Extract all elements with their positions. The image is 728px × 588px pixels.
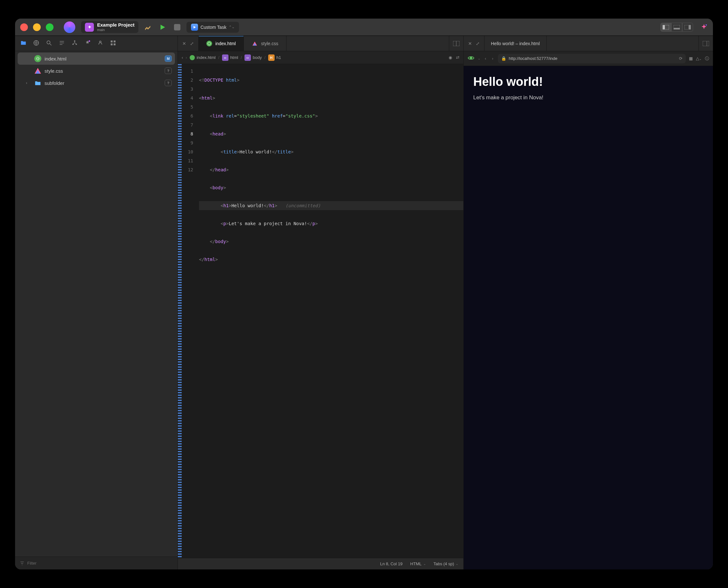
- html-file-icon: [34, 55, 41, 62]
- nav-back-icon[interactable]: ‹: [182, 55, 183, 60]
- untracked-badge: ?: [165, 68, 172, 74]
- close-preview-icon[interactable]: ✕: [467, 40, 473, 47]
- untracked-badge: ?: [165, 80, 172, 86]
- heading-glyph-icon: H: [268, 55, 275, 61]
- grid-icon[interactable]: [110, 40, 116, 47]
- file-row-folder[interactable]: › subfolder ?: [18, 77, 175, 89]
- language-selector[interactable]: HTML⌄: [410, 562, 426, 566]
- info-icon[interactable]: ⓘ: [705, 56, 709, 62]
- disclosure-icon[interactable]: ›: [26, 81, 31, 85]
- file-name: subfolder: [44, 80, 64, 86]
- tab-label: style.css: [261, 41, 279, 46]
- file-name: style.css: [44, 68, 63, 74]
- tab-index[interactable]: index.html: [199, 36, 244, 51]
- html-file-icon: [206, 41, 212, 46]
- clips-icon[interactable]: [84, 40, 91, 47]
- split-editor-icon[interactable]: [449, 36, 463, 51]
- sidebar-filter[interactable]: Filter: [15, 556, 178, 569]
- symbols-icon[interactable]: [59, 40, 65, 47]
- html-file-icon: [190, 55, 195, 60]
- git-icon[interactable]: [72, 40, 78, 47]
- layout-segmented-control[interactable]: [661, 23, 693, 32]
- layout-right-icon[interactable]: [682, 23, 693, 32]
- editor-pane: ✕ ⤢ index.html style.css ‹ ›: [178, 36, 464, 569]
- diff-gutter: [178, 64, 182, 558]
- line-gutter: 123456789101112: [182, 64, 196, 558]
- close-window-button[interactable]: [20, 23, 28, 31]
- files-icon[interactable]: [20, 40, 26, 47]
- preview-tab-controls: ✕ ⤢: [464, 36, 484, 51]
- filter-placeholder: Filter: [27, 561, 37, 566]
- split-preview-icon[interactable]: [699, 36, 713, 51]
- tab-label: index.html: [215, 41, 236, 46]
- stop-button[interactable]: [172, 22, 183, 33]
- chevron-updown-icon: ⌃⌄: [229, 25, 235, 29]
- minimize-window-button[interactable]: [33, 23, 41, 31]
- svg-rect-16: [111, 44, 113, 45]
- svg-rect-3: [673, 28, 680, 29]
- run-button[interactable]: [157, 22, 168, 33]
- warnings-icon[interactable]: △⌄: [696, 56, 702, 61]
- svg-rect-1: [663, 25, 665, 29]
- project-picker[interactable]: ✦ Example Project main: [81, 21, 138, 33]
- nav-back-icon[interactable]: ‹: [484, 55, 487, 62]
- nav-forward-icon[interactable]: ›: [490, 55, 494, 62]
- code-editor[interactable]: 123456789101112 <!DOCTYPE html> <html> <…: [178, 64, 463, 558]
- blame-annotation: (uncommitted): [285, 203, 321, 208]
- svg-rect-14: [111, 41, 113, 43]
- layout-left-icon[interactable]: [661, 23, 671, 32]
- devtools-icon[interactable]: ▦: [689, 56, 693, 61]
- expand-preview-icon[interactable]: ⤢: [474, 40, 481, 47]
- nav-forward-icon[interactable]: ›: [185, 55, 187, 60]
- lock-icon: 🔒: [501, 56, 506, 61]
- chevron-down-icon[interactable]: ⌄: [478, 57, 480, 60]
- indent-selector[interactable]: Tabs (4 sp)⌄: [433, 562, 458, 566]
- preview-eye-icon[interactable]: ◉: [449, 55, 452, 60]
- expand-tab-icon[interactable]: ⤢: [189, 40, 195, 47]
- preview-urlbar: ⌄ ‹ › 🔒 http://localhost:52777/inde ⟳ ▦ …: [464, 51, 713, 66]
- tab-style[interactable]: style.css: [244, 36, 286, 51]
- traffic-lights: [20, 23, 54, 31]
- preview-tab-title: Hello world! – index.html: [491, 41, 540, 46]
- sparkle-icon[interactable]: [700, 23, 708, 31]
- file-row-style[interactable]: style.css ?: [18, 65, 175, 77]
- svg-point-8: [47, 41, 50, 44]
- task-play-icon: [191, 24, 198, 31]
- svg-point-19: [208, 42, 211, 45]
- breadcrumb[interactable]: ‹ › index.html / ‹›html / ‹›body / Hh1 ◉…: [178, 51, 463, 64]
- task-label: Custom Task: [201, 25, 226, 30]
- url-field[interactable]: 🔒 http://localhost:52777/inde ⟳: [498, 54, 686, 63]
- file-row-index[interactable]: index.html M: [18, 52, 175, 65]
- task-selector[interactable]: Custom Task ⌃⌄: [186, 22, 239, 33]
- bc-h1: h1: [277, 55, 281, 60]
- preview-url: http://localhost:52777/inde: [509, 56, 558, 61]
- zoom-window-button[interactable]: [46, 23, 54, 31]
- preview-tabs: ✕ ⤢ Hello world! – index.html: [464, 36, 713, 51]
- sidebar: index.html M style.css ? › subfolder ?: [15, 36, 178, 569]
- sidebar-toolbar: [15, 36, 178, 51]
- svg-point-13: [88, 40, 90, 42]
- tag-glyph-icon: ‹›: [222, 55, 228, 61]
- live-preview-icon[interactable]: [467, 55, 474, 62]
- preview-paragraph: Let's make a project in Nova!: [473, 94, 703, 101]
- code-content[interactable]: <!DOCTYPE html> <html> <link rel="styles…: [196, 64, 463, 558]
- search-icon[interactable]: [46, 40, 52, 47]
- wrap-icon[interactable]: ⇄: [456, 55, 460, 60]
- modified-badge: M: [165, 56, 172, 62]
- issues-icon[interactable]: [97, 40, 103, 47]
- bc-file: index.html: [197, 55, 216, 60]
- close-tab-icon[interactable]: ✕: [181, 40, 187, 47]
- remote-icon[interactable]: [33, 40, 39, 47]
- reload-icon[interactable]: ⟳: [679, 56, 683, 61]
- file-tree[interactable]: index.html M style.css ? › subfolder ?: [15, 51, 178, 556]
- preview-document[interactable]: Hello world! Let's make a project in Nov…: [464, 66, 713, 569]
- layout-bottom-icon[interactable]: [671, 23, 682, 32]
- tag-glyph-icon: ‹›: [244, 55, 251, 61]
- svg-rect-15: [114, 41, 116, 43]
- cursor-position[interactable]: Ln 8, Col 19: [380, 562, 402, 566]
- titlebar: ✦ Example Project main Custom Task ⌃⌄: [15, 19, 713, 36]
- build-icon[interactable]: [142, 22, 153, 33]
- svg-rect-22: [703, 41, 709, 46]
- preview-pane: ✕ ⤢ Hello world! – index.html ⌄ ‹ ›: [464, 36, 713, 569]
- preview-tab[interactable]: Hello world! – index.html: [484, 36, 547, 51]
